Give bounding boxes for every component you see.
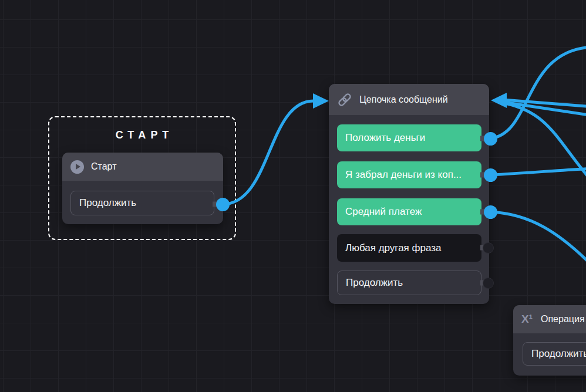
edge-incoming-top-right-2: [503, 102, 586, 116]
operation-node-title: Операция: [541, 314, 585, 325]
chain-node[interactable]: Цепочка сообщений Положить деньги Я забр…: [329, 84, 489, 304]
x1-variable-icon: X¹: [521, 313, 533, 326]
operation-node-header[interactable]: X¹ Операция: [513, 305, 586, 333]
arrowhead-into-chain-left: [313, 93, 329, 109]
chain-output-port-5[interactable]: [483, 278, 494, 289]
start-group[interactable]: СТАРТ Старт Продолжить: [48, 116, 236, 240]
start-node-title: Старт: [91, 161, 116, 172]
chain-button-4[interactable]: Любая другая фраза: [337, 234, 481, 262]
chain-button-3[interactable]: Средний платеж: [337, 198, 481, 225]
operation-continue-button[interactable]: Продолжить: [523, 342, 586, 366]
edge-out-polozhit: [490, 47, 586, 138]
edge-start-to-chain: [223, 101, 314, 204]
edge-out-sredniy: [490, 212, 586, 265]
chain-output-port-4[interactable]: [483, 242, 494, 254]
chain-node-title: Цепочка сообщений: [359, 94, 448, 105]
arrowhead-into-chain-right: [491, 93, 507, 108]
play-icon: [70, 160, 84, 174]
start-continue-button[interactable]: Продолжить: [70, 191, 214, 215]
edge-incoming-top-right-1: [503, 100, 586, 107]
chain-button-2[interactable]: Я забрал деньги из коп...: [337, 161, 481, 188]
flow-canvas[interactable]: СТАРТ Старт Продолжить Цепочка сообщений…: [0, 0, 586, 392]
edge-incoming-bottom-right: [505, 103, 586, 178]
start-node[interactable]: Старт Продолжить: [62, 153, 223, 224]
operation-node[interactable]: X¹ Операция Продолжить: [513, 305, 586, 376]
chain-output-port-1[interactable]: [484, 132, 497, 146]
start-output-port[interactable]: [216, 198, 230, 211]
start-group-title: СТАРТ: [49, 129, 235, 141]
edge-out-zabral: [490, 168, 586, 175]
chain-output-port-2[interactable]: [484, 168, 497, 182]
chain-output-port-3[interactable]: [484, 205, 497, 219]
chain-button-1[interactable]: Положить деньги: [337, 124, 481, 151]
link-icon: [337, 92, 352, 107]
start-node-header[interactable]: Старт: [62, 153, 223, 181]
chain-node-header[interactable]: Цепочка сообщений: [329, 84, 489, 115]
chain-button-5[interactable]: Продолжить: [337, 271, 481, 295]
